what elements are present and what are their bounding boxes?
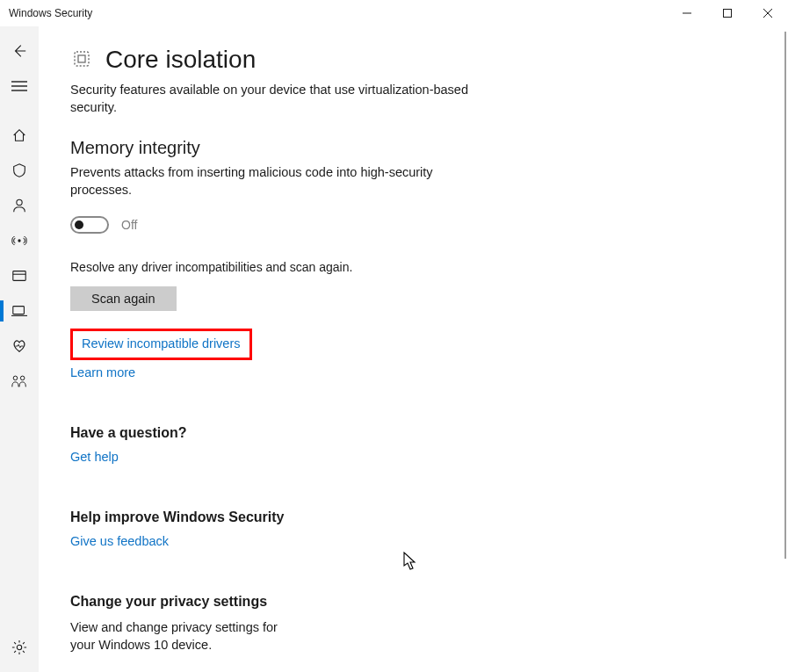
- get-help-link[interactable]: Get help: [70, 450, 119, 464]
- svg-point-13: [13, 376, 18, 380]
- page-description: Security features available on your devi…: [70, 81, 478, 117]
- toggle-state-label: Off: [121, 218, 137, 232]
- content-scroll: Core isolation Security features availab…: [39, 26, 478, 672]
- shield-icon: [11, 163, 27, 178]
- menu-button[interactable]: [0, 69, 39, 104]
- maximize-icon: [723, 9, 732, 18]
- memory-integrity-title: Memory integrity: [70, 138, 478, 158]
- nav-item-account-protection[interactable]: [0, 188, 39, 223]
- svg-rect-16: [75, 52, 89, 66]
- home-icon: [11, 127, 27, 143]
- resolve-instruction: Resolve any driver incompatibilities and…: [70, 260, 478, 274]
- maximize-button[interactable]: [707, 0, 748, 26]
- minimize-button[interactable]: [667, 0, 707, 26]
- nav-rail: [0, 26, 39, 672]
- app-control-icon: [11, 268, 27, 284]
- nav-item-virus-protection[interactable]: [0, 153, 39, 188]
- memory-integrity-description: Prevents attacks from inserting maliciou…: [70, 163, 478, 199]
- nav-item-device-security[interactable]: [0, 293, 39, 329]
- content-area: Core isolation Security features availab…: [39, 26, 788, 672]
- review-incompatible-drivers-link[interactable]: Review incompatible drivers: [82, 336, 241, 350]
- close-button[interactable]: [748, 0, 788, 26]
- scrollbar[interactable]: [784, 32, 786, 559]
- svg-rect-17: [78, 55, 85, 62]
- toggle-knob: [75, 220, 83, 229]
- nav-item-settings[interactable]: [0, 630, 39, 665]
- give-us-feedback-link[interactable]: Give us feedback: [70, 534, 169, 548]
- privacy-text: View and change privacy settings for you…: [70, 618, 281, 654]
- gear-icon: [11, 639, 27, 655]
- svg-point-15: [17, 645, 21, 649]
- nav-item-family-options[interactable]: [0, 364, 39, 399]
- chip-icon: [70, 47, 93, 73]
- svg-point-8: [18, 239, 20, 242]
- svg-rect-9: [13, 271, 25, 281]
- family-icon: [11, 373, 28, 389]
- back-button[interactable]: [0, 33, 39, 69]
- svg-point-7: [17, 199, 22, 205]
- nav-item-device-performance[interactable]: [0, 329, 39, 364]
- heart-health-icon: [11, 338, 27, 354]
- memory-integrity-toggle[interactable]: [70, 216, 109, 234]
- minimize-icon: [683, 9, 691, 18]
- have-a-question-header: Have a question?: [70, 425, 478, 441]
- back-arrow-icon: [11, 43, 27, 59]
- close-icon: [763, 9, 772, 18]
- person-icon: [11, 198, 27, 213]
- svg-point-14: [20, 376, 25, 380]
- hamburger-icon: [11, 80, 27, 92]
- app-body: Core isolation Security features availab…: [0, 26, 788, 672]
- svg-rect-1: [724, 10, 732, 18]
- memory-integrity-toggle-row: Off: [70, 216, 478, 234]
- svg-rect-11: [13, 307, 25, 314]
- highlight-box: Review incompatible drivers: [70, 329, 252, 360]
- nav-item-app-browser-control[interactable]: [0, 258, 39, 293]
- device-security-icon: [11, 303, 27, 319]
- learn-more-link[interactable]: Learn more: [70, 365, 135, 379]
- privacy-header: Change your privacy settings: [70, 594, 478, 610]
- scan-again-button[interactable]: Scan again: [70, 286, 177, 311]
- help-improve-header: Help improve Windows Security: [70, 509, 478, 525]
- titlebar: Windows Security: [0, 0, 788, 26]
- page-title: Core isolation: [105, 46, 256, 74]
- window-title: Windows Security: [9, 7, 92, 19]
- nav-item-firewall[interactable]: [0, 223, 39, 258]
- nav-item-home[interactable]: [0, 118, 39, 153]
- network-icon: [11, 233, 28, 249]
- page-title-row: Core isolation: [70, 46, 478, 74]
